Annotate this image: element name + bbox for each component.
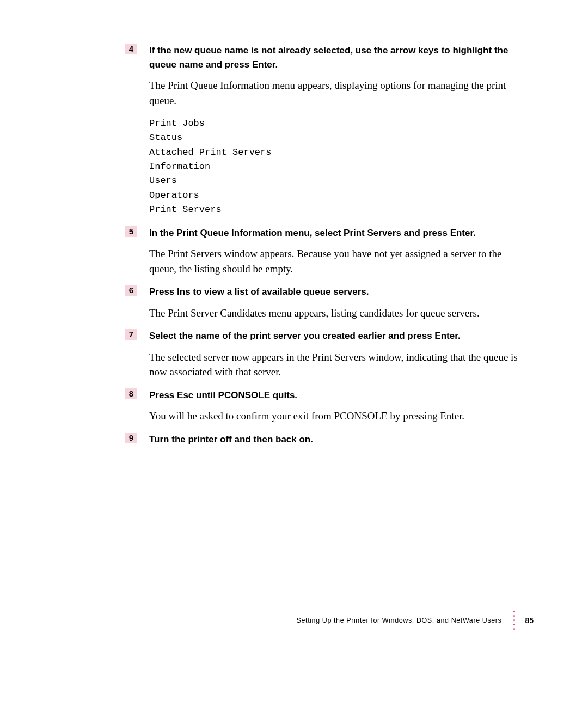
step-number: 7 — [125, 329, 137, 340]
menu-listing: Print Jobs Status Attached Print Servers… — [149, 117, 523, 217]
page-container: 4 If the new queue name is not already s… — [0, 0, 588, 482]
step-number: 9 — [125, 433, 137, 443]
step-body: The Print Servers window appears. Becaus… — [149, 246, 523, 276]
step-body: The selected server now appears in the P… — [149, 350, 523, 380]
step-number: 5 — [125, 226, 137, 237]
step-8: 8 Press Esc until PCONSOLE quits. — [125, 388, 523, 403]
step-number: 8 — [125, 388, 137, 399]
footer-chapter-title: Setting Up the Printer for Windows, DOS,… — [297, 617, 502, 624]
step-heading: If the new queue name is not already sel… — [149, 44, 523, 71]
step-body: The Print Server Candidates menu appears… — [149, 306, 523, 321]
step-9: 9 Turn the printer off and then back on. — [125, 433, 523, 447]
page-number: 85 — [525, 616, 534, 625]
step-heading: Select the name of the print server you … — [149, 329, 461, 343]
step-7: 7 Select the name of the print server yo… — [125, 329, 523, 343]
step-number: 4 — [125, 44, 137, 54]
page-footer: Setting Up the Printer for Windows, DOS,… — [297, 611, 534, 630]
step-body: The Print Queue Information menu appears… — [149, 78, 523, 108]
step-heading: Press Ins to view a list of available qu… — [149, 285, 369, 299]
step-number: 6 — [125, 285, 137, 296]
step-heading: In the Print Queue Information menu, sel… — [149, 226, 476, 240]
step-5: 5 In the Print Queue Information menu, s… — [125, 226, 523, 240]
step-heading: Turn the printer off and then back on. — [149, 433, 313, 447]
step-6: 6 Press Ins to view a list of available … — [125, 285, 523, 299]
step-4: 4 If the new queue name is not already s… — [125, 44, 523, 71]
step-heading: Press Esc until PCONSOLE quits. — [149, 388, 297, 403]
step-body: You will be asked to confirm your exit f… — [149, 409, 523, 424]
dot-separator-icon — [513, 611, 515, 630]
